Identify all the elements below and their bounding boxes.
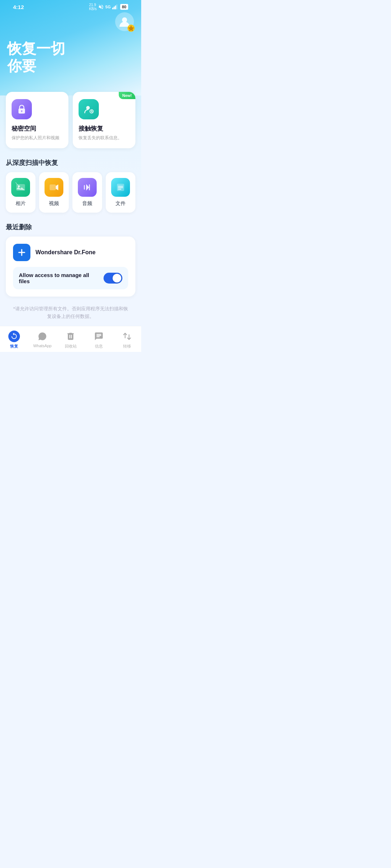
- avatar-badge: [127, 25, 135, 32]
- scan-item-video[interactable]: 视频: [39, 172, 69, 213]
- battery-indicator: 80: [120, 4, 128, 10]
- secret-space-title: 秘密空间: [12, 124, 63, 133]
- contact-icon-wrap: [79, 99, 99, 119]
- scan-item-file[interactable]: 文件: [106, 172, 135, 213]
- restore-icon: [10, 332, 18, 340]
- svg-point-9: [86, 106, 90, 110]
- audio-icon-wrap: [78, 178, 97, 197]
- nav-item-whatsapp[interactable]: WhatsApp: [28, 329, 56, 349]
- recent-section-title: 最近删除: [6, 223, 135, 231]
- app-row: Wondershare Dr.Fone: [13, 244, 128, 261]
- nav-item-message[interactable]: 信息: [85, 329, 113, 350]
- bottom-nav: 恢复 WhatsApp 回收站 信息: [0, 326, 141, 352]
- header-top: [7, 12, 134, 31]
- scan-label-audio: 音频: [82, 200, 92, 207]
- svg-rect-3: [116, 4, 117, 9]
- svg-rect-1: [114, 7, 115, 9]
- file-icon: [115, 182, 126, 192]
- contact-restore-title: 接触恢复: [79, 124, 130, 133]
- star-icon: [127, 22, 135, 35]
- permission-row: Allow access to manage all files: [13, 267, 128, 289]
- message-icon: [94, 332, 104, 341]
- transfer-nav-label: 转移: [123, 344, 131, 349]
- whatsapp-nav-icon: [37, 331, 48, 342]
- transfer-icon: [122, 332, 132, 341]
- permission-label: Allow access to manage all files: [19, 272, 99, 284]
- recycle-nav-label: 回收站: [65, 344, 77, 349]
- permission-toggle[interactable]: [104, 273, 122, 284]
- lock-icon: [16, 103, 28, 115]
- app-logo: [13, 244, 30, 261]
- photo-icon-wrap: [11, 178, 30, 197]
- recent-deleted-card: Wondershare Dr.Fone Allow access to mana…: [6, 237, 135, 297]
- scan-label-photo: 相片: [16, 200, 26, 207]
- svg-marker-5: [128, 25, 134, 31]
- video-icon: [49, 182, 59, 192]
- photo-icon: [16, 182, 26, 192]
- svg-rect-13: [50, 184, 56, 190]
- status-icons: 21.9KB/s 5G 80: [89, 3, 128, 11]
- svg-rect-0: [112, 8, 113, 9]
- video-icon-wrap: [45, 178, 63, 197]
- scan-item-audio[interactable]: 音频: [72, 172, 102, 213]
- nav-item-restore[interactable]: 恢复: [0, 329, 28, 350]
- nav-item-transfer[interactable]: 转移: [113, 329, 141, 350]
- contact-restore-desc: 恢复丢失的联系信息。: [79, 135, 130, 141]
- hero-title: 恢复一切你要: [7, 40, 134, 75]
- status-bar: 4:12 21.9KB/s 5G 80: [7, 0, 134, 12]
- svg-point-12: [18, 185, 20, 187]
- scan-label-file: 文件: [115, 200, 126, 207]
- contact-restore-card[interactable]: New! 接触恢复 恢复丢失的联系信息。: [73, 92, 135, 148]
- scan-section-title: 从深度扫描中恢复: [6, 158, 135, 167]
- file-icon-wrap: [111, 178, 130, 197]
- restore-nav-icon: [8, 331, 20, 342]
- recycle-icon: [66, 332, 75, 341]
- app-name: Wondershare Dr.Fone: [35, 249, 96, 256]
- status-time: 4:12: [13, 4, 24, 10]
- scan-item-photo[interactable]: 相片: [6, 172, 35, 213]
- network-speed-icon: 21.9KB/s: [89, 3, 97, 11]
- scan-grid: 相片 视频 音频: [6, 172, 135, 213]
- message-nav-label: 信息: [95, 344, 103, 349]
- svg-rect-2: [115, 5, 116, 9]
- signal-bars-icon: [112, 4, 119, 9]
- svg-rect-8: [21, 111, 22, 112]
- new-badge: New!: [119, 92, 135, 99]
- svg-rect-15: [118, 186, 123, 187]
- drfone-logo-icon: [16, 247, 27, 258]
- footnote-text: *请允许访问管理所有文件。否则应用程序无法扫描和恢复设备上的任何数据。: [6, 302, 135, 326]
- svg-point-4: [122, 17, 127, 22]
- secret-space-desc: 保护您的私人照片和视频: [12, 135, 63, 141]
- transfer-nav-icon: [121, 331, 133, 342]
- whatsapp-icon: [38, 332, 47, 341]
- svg-rect-16: [118, 187, 123, 188]
- user-avatar[interactable]: [115, 12, 134, 31]
- secret-space-card[interactable]: 秘密空间 保护您的私人照片和视频: [6, 92, 68, 148]
- whatsapp-nav-label: WhatsApp: [33, 344, 52, 348]
- toggle-knob: [113, 274, 121, 282]
- scan-label-video: 视频: [49, 200, 59, 207]
- mute-icon: [98, 4, 104, 10]
- restore-nav-label: 恢复: [10, 344, 18, 349]
- signal-icon: 5G: [105, 5, 111, 9]
- contact-icon: [83, 103, 94, 115]
- audio-icon: [82, 182, 92, 192]
- feature-cards: 秘密空间 保护您的私人照片和视频 New! 接触恢复 恢复丢失的联系信息。: [6, 92, 135, 148]
- message-nav-icon: [93, 331, 105, 342]
- lock-icon-wrap: [12, 99, 32, 119]
- nav-item-recycle[interactable]: 回收站: [56, 329, 85, 350]
- recycle-nav-icon: [65, 331, 76, 342]
- svg-rect-17: [118, 189, 121, 190]
